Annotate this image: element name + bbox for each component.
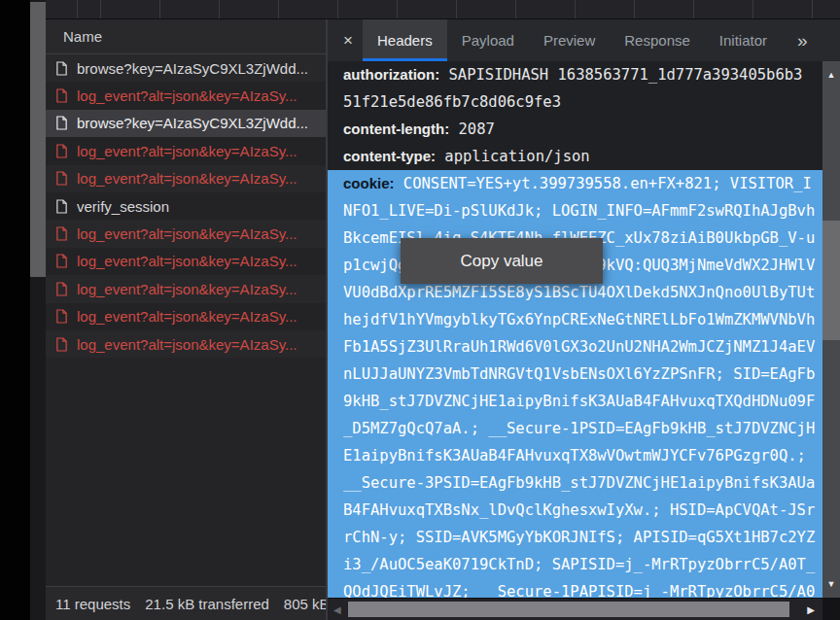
request-label: log_event?alt=json&key=AIzaSy... [77, 225, 298, 242]
file-icon [55, 87, 68, 104]
tab-initiator[interactable]: Initiator [705, 19, 782, 61]
request-row[interactable]: log_event?alt=json&key=AIzaSy... [46, 248, 326, 275]
context-menu-item-copy-value[interactable]: Copy value [460, 252, 542, 271]
request-label: log_event?alt=json&key=AIzaSy... [77, 308, 298, 325]
header-line: QOdJQEiTWLvJZ; __Secure-1PAPISID=j_-MrRT… [343, 578, 822, 598]
header-line: _D5MZ7gQcQ7aA.; __Secure-1PSID=EAgFb9kHB… [343, 415, 822, 442]
file-icon [55, 143, 68, 159]
request-label: log_event?alt=json&key=AIzaSy... [77, 281, 298, 297]
file-icon [55, 115, 68, 131]
headers-content: authorization: SAPISIDHASH 1638563771_1d… [328, 61, 822, 598]
tab-payload[interactable]: Payload [447, 19, 529, 61]
scroll-right-icon[interactable]: ▶ [807, 599, 815, 620]
document-icon [55, 308, 68, 325]
header-line: 51f21e5de86fb7c8d06c9fe3 [343, 88, 822, 116]
header-value: B4FAHvuxqTXBsNx_lDvQclKghesxwIyXw.; HSID… [343, 501, 815, 519]
header-line: hejdfV1hYVmgyblkyTGx6YnpCRExNeGtNRElLbFo… [343, 306, 822, 333]
scrollbar-corner [822, 598, 840, 620]
request-row[interactable]: log_event?alt=json&key=AIzaSy... [46, 137, 326, 164]
document-icon [55, 198, 68, 215]
document-icon [55, 87, 68, 104]
scroll-up-icon[interactable]: ▲ [822, 70, 840, 80]
header-value: QOdJQEiTWLvJZ; __Secure-1PAPISID=j_-MrRT… [343, 583, 815, 598]
network-overview-strip [46, 0, 840, 19]
request-row[interactable]: log_event?alt=json&key=AIzaSy... [46, 82, 326, 109]
request-row[interactable]: verify_session [46, 192, 326, 220]
resources-size: 805 kB [284, 596, 326, 612]
network-summary-bar: 11 requests 21.5 kB transferred 805 kB [46, 586, 326, 620]
header-name: content-type: [343, 148, 436, 164]
request-row[interactable]: browse?key=AIzaSyC9XL3ZjWdd... [46, 110, 326, 137]
background-page-edge [0, 0, 30, 620]
header-line: nLUJJaUNYZ3VmbTdNRGVtQ1VsbENsOXl6YzZPSnF… [343, 361, 822, 388]
context-menu: Copy value [401, 238, 603, 284]
header-value: NFO1_LIVE=Di-pSlUKdJk; LOGIN_INFO=AFmmF2… [343, 202, 815, 220]
request-details-panel: × HeadersPayloadPreviewResponseInitiator… [328, 19, 840, 620]
file-icon [55, 281, 68, 297]
header-line: cookie: CONSENT=YES+yt.399739558.en+FX+8… [343, 170, 822, 197]
tab-headers[interactable]: Headers [363, 19, 447, 61]
header-value: 2087 [459, 121, 495, 138]
tab-response[interactable]: Response [610, 19, 705, 61]
header-value: _D5MZ7gQcQ7aA.; __Secure-1PSID=EAgFb9kHB… [343, 420, 815, 437]
header-value: i3_/AuOC5eaK0719CkTnD; SAPISID=j_-MrRTpy… [343, 556, 815, 573]
header-value: SAPISIDHASH 1638563771_1d777a393405b6b3 [449, 66, 803, 84]
header-line: content-type: application/json [343, 143, 822, 170]
header-line: authorization: SAPISIDHASH 1638563771_1d… [343, 61, 822, 88]
header-line: B4FAHvuxqTXBsNx_lDvQclKghesxwIyXw.; HSID… [343, 497, 822, 524]
request-list: browse?key=AIzaSyC9XL3ZjWdd...log_event?… [46, 54, 326, 358]
header-line: i3_/AuOC5eaK0719CkTnD; SAPISID=j_-MrRTpy… [343, 551, 822, 578]
document-icon [55, 336, 68, 353]
file-icon [55, 336, 68, 353]
document-icon [55, 60, 68, 77]
file-icon [55, 308, 68, 325]
header-line: __Secure-3PSID=EAgFb9kHB_stJ7DVZNCjHE1ai… [343, 469, 822, 497]
request-label: log_event?alt=json&key=AIzaSy... [77, 143, 298, 159]
request-row[interactable]: log_event?alt=json&key=AIzaSy... [46, 165, 326, 192]
tab-list: HeadersPayloadPreviewResponseInitiator [363, 19, 782, 61]
header-name: authorization: [343, 66, 439, 83]
name-column-header[interactable]: Name [46, 19, 326, 54]
details-vertical-scrollbar[interactable]: ▲ ▼ [822, 61, 840, 598]
request-label: log_event?alt=json&key=AIzaSy... [77, 170, 298, 187]
header-line: rChN-y; SSID=AVK5MGyYbKORJNIfS; APISID=q… [343, 524, 822, 551]
vertical-scroll-thumb[interactable] [822, 221, 840, 340]
more-tabs-button[interactable]: » [797, 19, 808, 61]
horizontal-scroll-thumb[interactable] [348, 602, 789, 617]
request-label: browse?key=AIzaSyC9XL3ZjWdd... [77, 115, 308, 131]
request-label: log_event?alt=json&key=AIzaSy... [77, 253, 298, 269]
header-value: 9kHB_stJ7DVZNCjHE1aipyBnifsK3AUaB4FAHvux… [343, 393, 815, 410]
request-row[interactable]: log_event?alt=json&key=AIzaSy... [46, 275, 326, 302]
tab-preview[interactable]: Preview [529, 19, 610, 61]
header-value: rChN-y; SSID=AVK5MGyYbKORJNIfS; APISID=q… [343, 529, 815, 546]
header-value: hejdfV1hYVmgyblkyTGx6YnpCRExNeGtNRElLbFo… [343, 311, 815, 328]
file-icon [55, 225, 68, 242]
request-row[interactable]: browse?key=AIzaSyC9XL3ZjWdd... [46, 54, 326, 82]
header-value: VU0dBdXprRE5MZFI5SE8yS1BScTU4OXlDekd5NXJ… [343, 284, 815, 301]
details-tab-bar: × HeadersPayloadPreviewResponseInitiator… [328, 19, 840, 61]
document-icon [55, 170, 68, 187]
file-icon [55, 170, 68, 187]
scroll-down-icon[interactable]: ▼ [822, 579, 840, 589]
headers-lines: authorization: SAPISIDHASH 1638563771_1d… [328, 61, 822, 598]
request-label: verify_session [77, 198, 169, 215]
close-details-button[interactable]: × [333, 19, 363, 61]
header-line: NFO1_LIVE=Di-pSlUKdJk; LOGIN_INFO=AFmmF2… [343, 197, 822, 224]
request-row[interactable]: log_event?alt=json&key=AIzaSy... [46, 303, 326, 330]
network-request-panel: Name browse?key=AIzaSyC9XL3ZjWdd...log_e… [46, 19, 326, 620]
header-value: Fb1A5SjZ3UlRraUh1RWd6V0lGX3o2UnU2NHA2WmJ… [343, 338, 815, 356]
scroll-left-icon[interactable]: ◀ [333, 599, 341, 620]
page-scrollbar-thumb[interactable] [30, 2, 46, 277]
request-row[interactable]: log_event?alt=json&key=AIzaSy... [46, 330, 326, 358]
request-count: 11 requests [55, 596, 130, 612]
name-column-label: Name [63, 28, 102, 45]
file-icon [55, 60, 68, 77]
details-horizontal-scrollbar[interactable]: ◀ ▶ [328, 598, 822, 620]
request-label: log_event?alt=json&key=AIzaSy... [77, 87, 298, 104]
file-icon [55, 253, 68, 269]
header-value: nLUJJaUNYZ3VmbTdNRGVtQ1VsbENsOXl6YzZPSnF… [343, 365, 815, 383]
request-row[interactable]: log_event?alt=json&key=AIzaSy... [46, 220, 326, 247]
document-icon [55, 281, 68, 297]
document-icon [55, 225, 68, 242]
page-scrollbar[interactable] [30, 0, 46, 620]
